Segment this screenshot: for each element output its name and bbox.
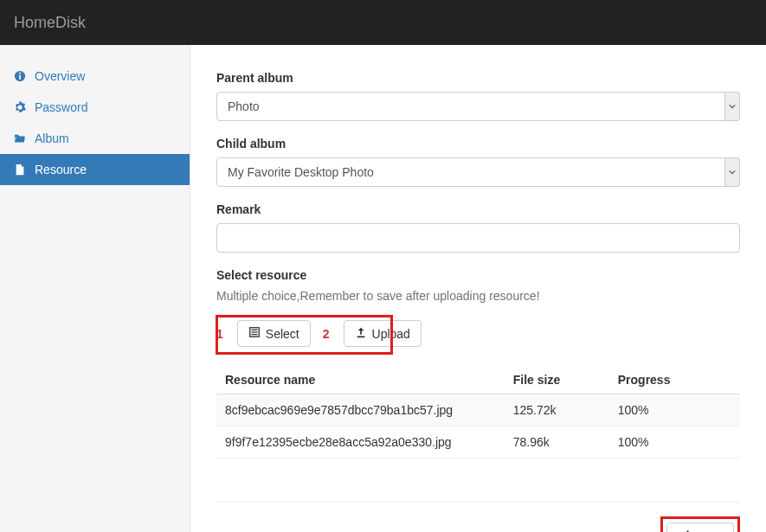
annotation-box-3: Save bbox=[660, 516, 740, 532]
select-resource-hint: Multiple choice,Remember to save after u… bbox=[216, 289, 740, 303]
file-icon bbox=[14, 163, 26, 176]
annotation-number-2: 2 bbox=[323, 327, 330, 341]
cell-progress: 100% bbox=[609, 426, 740, 458]
annotation-number-3: 3 bbox=[640, 529, 647, 533]
parent-album-select[interactable]: Photo bbox=[216, 92, 740, 121]
col-progress: Progress bbox=[609, 366, 740, 394]
upload-button-label: Upload bbox=[372, 327, 410, 341]
svg-point-2 bbox=[19, 72, 21, 74]
cell-name: 9f9f7e12395ecbe28e8acc5a92a0e330.jpg bbox=[216, 426, 505, 458]
select-button-label: Select bbox=[266, 327, 299, 341]
sidebar-item-label: Album bbox=[35, 131, 69, 145]
svg-rect-1 bbox=[19, 75, 21, 80]
sidebar-item-overview[interactable]: Overview bbox=[0, 61, 190, 92]
annotation-number-1: 1 bbox=[216, 327, 223, 341]
footer-actions: 3 Save bbox=[216, 502, 740, 532]
sidebar-item-label: Password bbox=[35, 100, 87, 114]
table-row: 9f9f7e12395ecbe28e8acc5a92a0e330.jpg 78.… bbox=[216, 426, 740, 458]
select-button[interactable]: Select bbox=[237, 320, 311, 347]
top-bar: HomeDisk bbox=[0, 0, 766, 45]
save-button[interactable]: Save bbox=[666, 522, 734, 532]
cell-name: 8cf9ebcac969e9e7857dbcc79ba1bc57.jpg bbox=[216, 394, 505, 426]
list-icon bbox=[248, 326, 261, 341]
folder-open-icon bbox=[14, 132, 26, 144]
cell-size: 125.72k bbox=[505, 394, 609, 426]
info-icon bbox=[14, 70, 26, 82]
sidebar-item-resource[interactable]: Resource bbox=[0, 154, 190, 185]
gear-icon bbox=[14, 101, 26, 113]
cell-progress: 100% bbox=[609, 394, 740, 426]
col-size: File size bbox=[505, 366, 609, 394]
child-album-label: Child album bbox=[216, 137, 740, 151]
upload-icon bbox=[355, 326, 367, 341]
sidebar-item-label: Resource bbox=[35, 163, 87, 176]
brand-title: HomeDisk bbox=[14, 14, 86, 32]
upload-button[interactable]: Upload bbox=[344, 320, 422, 347]
sidebar-item-label: Overview bbox=[35, 69, 85, 83]
sidebar-item-password[interactable]: Password bbox=[0, 92, 190, 123]
sidebar: Overview Password Album Resource bbox=[0, 45, 190, 532]
child-album-select[interactable]: My Favorite Desktop Photo bbox=[216, 157, 740, 187]
sidebar-item-album[interactable]: Album bbox=[0, 123, 190, 154]
main-content: Parent album Photo Child album My Favori… bbox=[190, 45, 766, 532]
check-icon bbox=[678, 529, 690, 532]
remark-label: Remark bbox=[216, 202, 740, 216]
resource-table: Resource name File size Progress 8cf9ebc… bbox=[216, 366, 740, 458]
remark-input[interactable] bbox=[216, 223, 740, 253]
parent-album-label: Parent album bbox=[216, 71, 740, 85]
upload-actions: 1 Select 2 Upload bbox=[216, 313, 740, 354]
cell-size: 78.96k bbox=[505, 426, 609, 458]
select-resource-label: Select resource bbox=[216, 268, 740, 282]
table-header-row: Resource name File size Progress bbox=[216, 366, 740, 394]
col-name: Resource name bbox=[216, 366, 505, 394]
table-row: 8cf9ebcac969e9e7857dbcc79ba1bc57.jpg 125… bbox=[216, 394, 740, 426]
save-button-label: Save bbox=[695, 529, 723, 533]
